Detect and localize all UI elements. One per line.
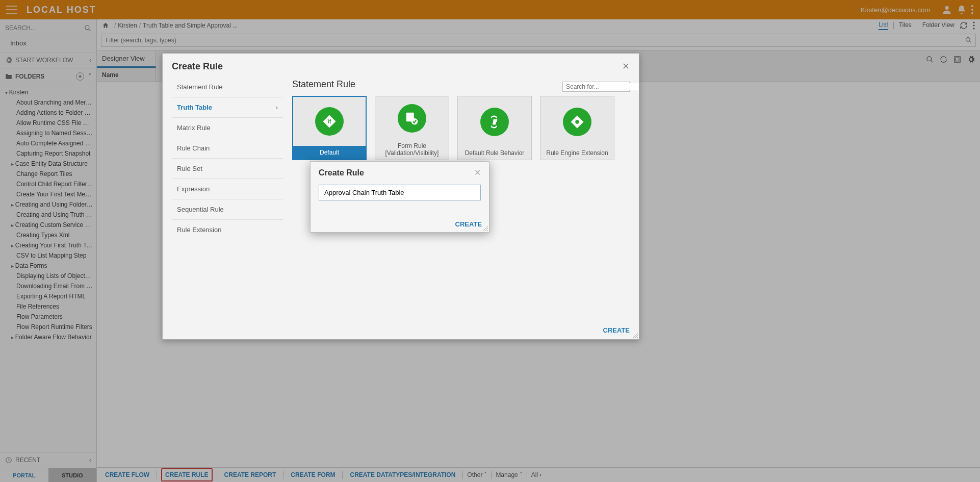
card-label: Form Rule [Validation/Visibility] [375,140,449,160]
card-row: ifDefaultForm Rule [Validation/Visibilit… [292,96,630,160]
card-icon: if [480,96,509,147]
rule-name-input[interactable] [319,185,481,200]
rule-card[interactable]: ifDefault [292,96,367,160]
category-item[interactable]: Matrix Rule [172,118,283,138]
card-label: Rule Engine Extension [543,147,611,160]
svg-point-22 [575,120,579,124]
close-icon[interactable]: ✕ [622,61,630,72]
category-item[interactable]: Expression [172,179,283,199]
rule-card[interactable]: Rule Engine Extension [540,96,614,160]
card-label: Default [293,146,366,159]
rule-card[interactable]: Form Rule [Validation/Visibility] [375,96,449,160]
rule-card[interactable]: ifDefault Rule Behavior [457,96,532,160]
card-icon: if [315,97,344,146]
dialog-search-input[interactable] [566,83,639,90]
svg-text:if: if [493,119,497,125]
content-title: Statement Rule [292,77,355,96]
resize-grip[interactable] [483,226,488,231]
dialog-title: Create Rule [172,61,223,72]
category-item[interactable]: Rule Chain [172,138,283,159]
dialog-search [562,82,630,92]
card-icon [563,96,591,147]
category-item[interactable]: Statement Rule [172,77,283,97]
category-list: Statement RuleTruth Table›Matrix RuleRul… [172,77,283,321]
resize-grip[interactable] [633,333,638,338]
card-label: Default Rule Behavior [462,147,528,160]
card-icon [398,96,426,140]
category-item[interactable]: Sequential Rule [172,199,283,220]
chevron-right-icon: › [276,104,278,111]
svg-text:if: if [328,118,331,124]
dialog-create-button[interactable]: CREATE [603,326,630,334]
category-item[interactable]: Truth Table› [172,97,283,118]
create-rule-name-dialog: Create Rule ✕ CREATE [310,161,489,233]
small-dialog-title: Create Rule [319,168,364,177]
category-item[interactable]: Rule Extension [172,220,283,240]
close-icon[interactable]: ✕ [474,168,481,177]
category-item[interactable]: Rule Set [172,159,283,179]
small-create-button[interactable]: CREATE [455,220,482,228]
